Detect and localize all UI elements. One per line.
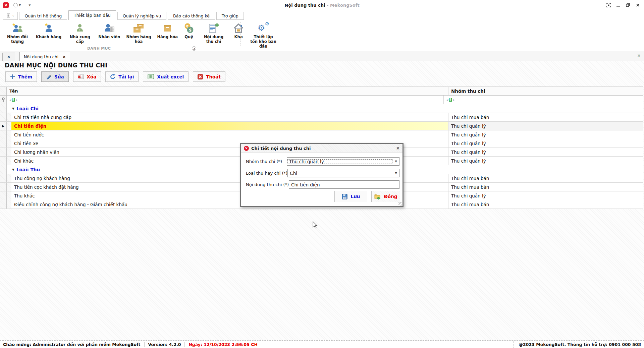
cell-nhom-thu-chi[interactable]: Thu chi quản lý — [448, 130, 643, 139]
collapse-arrow-icon[interactable]: ▼ — [12, 107, 14, 110]
dialog-title: Chi tiết nội dung thu chi — [251, 146, 396, 151]
ribbon-item-house[interactable]: Kho — [230, 21, 247, 40]
tab-close-icon[interactable]: ✕ — [62, 55, 66, 59]
cell-ten[interactable]: Chi tiền nước — [11, 130, 448, 139]
group-indent — [7, 200, 11, 209]
dialog-header[interactable]: V Chi tiết nội dung thu chi ✕ — [241, 144, 402, 153]
toolbar-button-exit[interactable]: Thoát — [193, 71, 225, 82]
minimize-icon[interactable] — [616, 3, 621, 7]
dialog-field-row: Loại thu hay chi (*)Chi▼ — [246, 169, 399, 177]
combo-dropdown-icon[interactable]: ▼ — [393, 158, 399, 165]
people-group-icon — [12, 23, 23, 34]
toolbar-button-label: Xuất excel — [157, 74, 184, 79]
combo-field[interactable]: Chi▼ — [287, 169, 399, 177]
chevron-down-icon[interactable]: ▼ — [19, 4, 21, 7]
close-icon[interactable] — [635, 3, 640, 7]
app-menu-tab[interactable]: ▽ — [3, 12, 18, 20]
page-title: DANH MỤC NỘI DUNG THU CHI — [5, 62, 107, 69]
quick-access-customize-icon[interactable]: ▼ — [28, 4, 31, 6]
column-header-nhom-thu-chi[interactable]: Nhóm thu chi — [448, 87, 643, 95]
dialog-button-label: Đóng — [384, 194, 397, 199]
ribbon-item-person-star[interactable]: Khách hàng — [34, 21, 64, 40]
text-field[interactable]: Chi tiền điện — [289, 180, 399, 189]
ribbon-separator — [240, 22, 241, 46]
ribbon-group-collapse-icon[interactable]: ◢ — [192, 46, 196, 51]
pencil-icon — [46, 74, 51, 79]
column-header-ten[interactable]: Tên — [7, 87, 448, 95]
ribbon-item-label: Nội dung thu chi — [200, 35, 227, 44]
status-version: Version: 4.2.0 — [148, 342, 181, 347]
ribbon-item-gears[interactable]: ⚙⚙Thiết lập tồn kho ban đầu — [247, 21, 279, 49]
ribbon-group-label: DANH MỤC — [0, 46, 198, 51]
save-button[interactable]: Lưu — [334, 191, 367, 202]
table-row[interactable]: Chi trả tiền nhà cung cấpThu chi mua bán — [0, 113, 643, 122]
ribbon-item-people-group[interactable]: Nhóm đối tượng — [1, 21, 34, 44]
toolbar-button-pencil[interactable]: Sửa — [41, 71, 68, 82]
auto-filter-icon: aBc — [446, 98, 454, 102]
group-indent — [7, 148, 11, 156]
ribbon-item-boxes[interactable]: Nhóm hàng hóa — [122, 21, 155, 44]
folder-go-icon — [374, 194, 381, 199]
ribbon-tab[interactable]: Thiết lập ban đầu — [68, 10, 116, 20]
row-indicator — [0, 165, 7, 174]
filter-cell-ten[interactable]: aBc — [7, 96, 444, 104]
title-bar: V ▼ ▼ Nội dung thu chi - MekongSoft — [0, 0, 644, 10]
dialog-resize-grip[interactable] — [398, 202, 402, 206]
filter-cell-nhom[interactable]: aBc — [444, 96, 643, 104]
ribbon-tab-row: ▽ Quản trị hệ thốngThiết lập ban đầuQuản… — [0, 10, 644, 20]
dialog-close-icon[interactable]: ✕ — [396, 146, 400, 151]
ribbon-tab[interactable]: Quản trị hệ thống — [19, 12, 67, 20]
table-row[interactable]: Chi tiền nướcThu chi quản lý — [0, 130, 643, 139]
table-row[interactable]: ▶Chi tiền điệnThu chi quản lý — [0, 122, 643, 130]
cell-nhom-thu-chi[interactable]: Thu chi mua bán — [448, 174, 643, 182]
coins-icon: €$ — [184, 23, 194, 34]
group-row-label: Loại: Chi — [16, 106, 39, 111]
row-indicator — [0, 174, 7, 182]
tab-noi-dung-thu-chi[interactable]: Nội dung thu chi ✕ — [19, 52, 70, 61]
cell-nhom-thu-chi[interactable]: Thu chi mua bán — [448, 183, 643, 191]
ribbon-tab[interactable]: Quản lý nghiệp vụ — [117, 12, 166, 20]
cell-nhom-thu-chi[interactable]: Thu chi quản lý — [448, 148, 643, 156]
collapse-arrow-icon[interactable]: ▼ — [12, 168, 14, 171]
dialog-field-row: Nội dung thu chi (*)Chi tiền điện — [246, 180, 399, 189]
cell-nhom-thu-chi[interactable]: Thu chi quản lý — [448, 191, 643, 200]
group-row[interactable]: ▼Loại: Chi — [0, 104, 643, 113]
cell-nhom-thu-chi[interactable]: Thu chi quản lý — [448, 139, 643, 148]
cell-nhom-thu-chi[interactable]: Thu chi quản lý — [448, 122, 643, 130]
row-indicator — [0, 104, 7, 113]
combo-dropdown-icon[interactable]: ▼ — [393, 169, 399, 177]
toolbar-button-refresh[interactable]: Tải lại — [105, 71, 139, 82]
fullscreen-icon[interactable] — [606, 3, 611, 7]
ribbon-item-person-green[interactable]: Nhà cung cấp — [64, 21, 96, 44]
cell-nhom-thu-chi[interactable]: Thu chi mua bán — [448, 113, 643, 121]
toolbar-button-label: Thoát — [206, 74, 221, 79]
quick-access-circle-icon[interactable] — [13, 3, 18, 7]
dialog-field-row: Nhóm thu chi (*)Thu chi quản lý▼ — [246, 157, 399, 166]
chevron-down-icon: ▽ — [12, 14, 14, 17]
ribbon-tab[interactable]: Báo cáo thống kê — [168, 12, 215, 20]
row-indicator — [0, 200, 7, 209]
toolbar-button-plus[interactable]: Thêm — [5, 71, 37, 82]
group-row-label: Loại: Thu — [16, 167, 40, 172]
ribbon-item-person-doc[interactable]: Nhân viên — [96, 21, 122, 40]
close-button[interactable]: Đóng — [371, 191, 400, 202]
document-tab-strip: ✕ Nội dung thu chi ✕ ✕ — [0, 51, 644, 61]
toolbar-button-excel[interactable]: Xuất excel — [143, 71, 189, 82]
ribbon-item-doc-plus[interactable]: Nội dung thu chi — [198, 21, 230, 44]
cell-ten[interactable]: Chi tiền điện — [11, 122, 448, 130]
cell-nhom-thu-chi[interactable]: Thu chi mua bán — [448, 200, 643, 209]
combo-field[interactable]: Thu chi quản lý▼ — [287, 157, 399, 166]
field-value: Chi tiền điện — [289, 182, 399, 187]
floppy-icon — [342, 194, 347, 199]
ribbon-item-coins[interactable]: €$Quỹ — [180, 21, 198, 40]
row-indicator — [0, 191, 7, 200]
close-all-tabs-button[interactable]: ✕ — [2, 53, 15, 61]
restore-icon[interactable] — [626, 3, 630, 7]
toolbar-button-delete-table[interactable]: Xóa — [73, 71, 101, 82]
cell-ten[interactable]: Chi trả tiền nhà cung cấp — [11, 113, 448, 121]
strip-close-icon[interactable]: ✕ — [637, 53, 641, 58]
cell-nhom-thu-chi[interactable]: Thu chi quản lý — [448, 157, 643, 165]
person-green-icon — [76, 23, 84, 34]
ribbon-tab[interactable]: Trợ giúp — [216, 12, 244, 20]
ribbon-item-box[interactable]: Hàng hóa — [155, 21, 180, 40]
